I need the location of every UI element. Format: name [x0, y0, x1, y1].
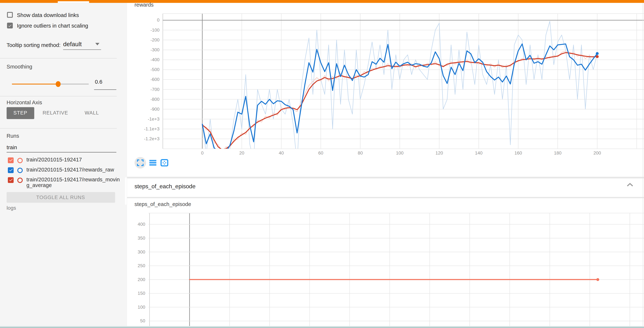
fit-domain-icon[interactable] — [160, 159, 168, 166]
tooltip-sorting-dropdown[interactable]: default — [63, 39, 101, 50]
runs-label: Runs — [6, 132, 19, 139]
horizontal-axis-label: Horizontal Axis — [6, 99, 42, 105]
active-tab-indicator — [58, 1, 89, 3]
run-label: train/20201015-192417/rewards_raw — [26, 167, 120, 173]
svg-text:-300: -300 — [150, 47, 160, 52]
svg-text:160: 160 — [514, 151, 522, 156]
settings-sidebar: Show data download linksIgnore outliers … — [0, 3, 127, 328]
run-list: train/20201015-192417train/20201015-1924… — [8, 157, 124, 192]
steps-line-chart[interactable]: 40035030025020015010050 — [134, 209, 644, 328]
rewards-line-chart[interactable]: 0-100-200-300-400-500-600-700-800-900-1e… — [134, 11, 644, 158]
svg-text:-700: -700 — [150, 87, 160, 92]
svg-text:0: 0 — [157, 17, 160, 22]
svg-text:60: 60 — [318, 151, 323, 156]
checkbox-label: Show data download links — [17, 12, 79, 18]
general-checkbox-group: Show data download linksIgnore outliers … — [0, 12, 124, 33]
svg-text:50: 50 — [140, 318, 145, 323]
rewards-chart-toolbar — [134, 157, 184, 169]
svg-text:-1.2e+3: -1.2e+3 — [144, 136, 160, 141]
rewards-chart-title: rewards — [134, 1, 154, 8]
run-checkbox[interactable] — [8, 177, 14, 183]
svg-text:-600: -600 — [150, 77, 160, 82]
run-label: train/20201015-192417 — [26, 157, 120, 163]
steps-chart-title: steps_of_each_episode — [134, 201, 191, 207]
collapse-chevron-icon[interactable] — [627, 183, 633, 187]
svg-text:400: 400 — [138, 222, 145, 227]
run-checkbox[interactable] — [8, 157, 14, 163]
smoothing-value-field[interactable]: 0.6 — [94, 78, 116, 89]
svg-text:-100: -100 — [150, 27, 160, 32]
axis-option-wall[interactable]: WALL — [76, 107, 107, 119]
svg-text:200: 200 — [138, 277, 145, 282]
menu-lines-icon[interactable] — [150, 160, 156, 166]
sidebar-divider — [0, 128, 117, 128]
sidebar-checkbox-row[interactable]: Show data download links — [7, 12, 124, 18]
main-content-pane: rewards 0-100-200-300-400-500-600-700-80… — [127, 3, 644, 328]
svg-text:40: 40 — [279, 151, 284, 156]
svg-text:80: 80 — [358, 151, 363, 156]
svg-text:300: 300 — [138, 249, 145, 254]
svg-text:120: 120 — [436, 151, 443, 156]
horizontal-axis-button-group: STEPRELATIVEWALL — [6, 107, 107, 119]
run-row[interactable]: train/20201015-192417/rewards_raw — [8, 167, 124, 173]
svg-text:350: 350 — [138, 236, 145, 241]
smoothing-label: Smoothing — [6, 63, 32, 69]
tooltip-sorting-row: Tooltip sorting method: default — [6, 39, 122, 51]
bottom-edge-band — [0, 327, 644, 328]
steps-section-header[interactable]: steps_of_each_episode — [127, 178, 644, 197]
svg-text:-900: -900 — [150, 107, 160, 112]
caret-down-icon — [95, 43, 100, 45]
svg-text:-500: -500 — [150, 67, 160, 72]
checkbox-label: Ignore outliers in chart scaling — [17, 22, 88, 29]
svg-text:150: 150 — [138, 291, 145, 296]
run-visibility-circle[interactable] — [17, 177, 23, 183]
expand-icon[interactable] — [137, 160, 144, 166]
top-app-bar — [0, 0, 644, 3]
axis-option-step[interactable]: STEP — [6, 107, 34, 119]
tensorboard-app: Show data download linksIgnore outliers … — [0, 0, 644, 328]
section-divider — [127, 177, 644, 178]
svg-text:100: 100 — [396, 151, 404, 156]
logs-directory-label: logs — [6, 205, 16, 211]
svg-text:100: 100 — [138, 305, 145, 310]
tooltip-sorting-value: default — [63, 40, 82, 47]
pane-right-edge — [642, 3, 643, 326]
unchecked-checkbox-icon[interactable] — [7, 12, 13, 18]
sidebar-divider — [0, 96, 117, 96]
smoothing-value-text: 0.6 — [95, 79, 102, 85]
svg-text:-1.1e+3: -1.1e+3 — [144, 126, 160, 131]
toggle-all-runs-button[interactable]: TOGGLE ALL RUNS — [6, 192, 115, 202]
svg-text:180: 180 — [554, 151, 561, 156]
sidebar-divider — [0, 58, 117, 58]
tooltip-sorting-label: Tooltip sorting method: — [6, 42, 60, 48]
svg-text:-200: -200 — [150, 37, 160, 42]
run-label: train/20201015-192417/rewards_moving_ave… — [26, 176, 120, 188]
svg-text:0: 0 — [201, 151, 204, 156]
smoothing-slider-knob[interactable] — [56, 81, 61, 87]
svg-text:-400: -400 — [150, 57, 160, 62]
run-visibility-circle[interactable] — [17, 167, 23, 173]
svg-text:-1e+3: -1e+3 — [148, 117, 160, 122]
checked-checkbox-icon[interactable] — [7, 23, 13, 28]
sidebar-checkbox-row[interactable]: Ignore outliers in chart scaling — [7, 22, 124, 29]
smoothing-slider-fill — [12, 84, 58, 85]
axis-option-relative[interactable]: RELATIVE — [34, 107, 76, 119]
svg-text:20: 20 — [239, 151, 244, 156]
run-filter-underline — [6, 152, 116, 152]
svg-text:200: 200 — [593, 151, 601, 156]
run-row[interactable]: train/20201015-192417 — [8, 157, 124, 163]
sidebar-scrollbar-thumb[interactable] — [125, 177, 127, 204]
svg-text:-800: -800 — [150, 97, 160, 102]
steps-section-title: steps_of_each_episode — [134, 183, 196, 189]
svg-text:250: 250 — [138, 263, 145, 268]
run-visibility-circle[interactable] — [17, 158, 23, 163]
section-divider — [127, 197, 644, 198]
run-row[interactable]: train/20201015-192417/rewards_moving_ave… — [8, 176, 124, 188]
svg-text:140: 140 — [475, 151, 482, 156]
run-filter-input[interactable] — [6, 143, 116, 152]
run-checkbox[interactable] — [8, 167, 14, 173]
